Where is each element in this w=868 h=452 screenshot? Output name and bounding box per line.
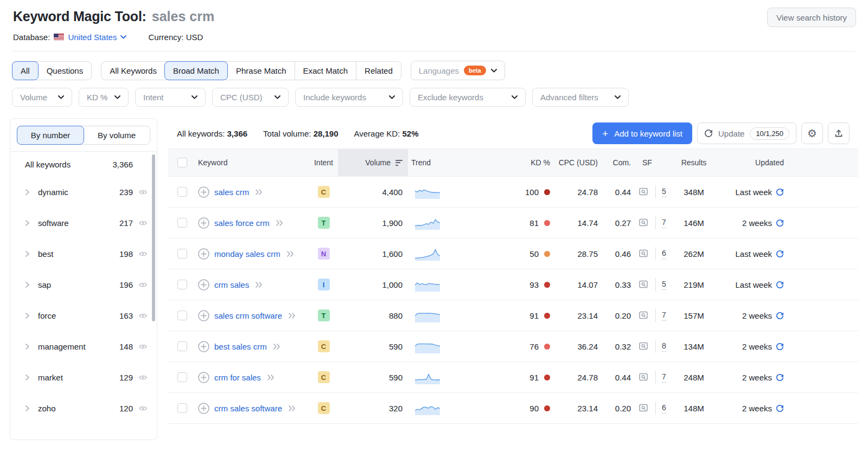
chevron-right-icon[interactable] [25, 344, 30, 350]
row-checkbox[interactable] [177, 311, 187, 320]
settings-button[interactable]: ⚙ [801, 122, 823, 144]
refresh-icon[interactable] [776, 250, 784, 258]
sf-count[interactable]: 6 [662, 249, 666, 259]
sf-count[interactable]: 5 [662, 187, 666, 197]
refresh-icon[interactable] [776, 219, 784, 227]
chevron-right-icon[interactable] [25, 405, 30, 411]
sf-count[interactable]: 7 [662, 311, 666, 321]
keyword-link[interactable]: sales force crm [214, 218, 270, 228]
sidebar-group-item[interactable]: best 198 [10, 238, 157, 269]
include-keywords-filter[interactable]: Include keywords [295, 88, 403, 107]
eye-icon[interactable] [139, 374, 147, 380]
sidebar-group-item[interactable]: management 148 [10, 331, 157, 362]
keyword-link[interactable]: crm sales [214, 280, 249, 289]
update-button[interactable]: Update 10/1,250 [697, 122, 796, 144]
expand-keyword-icon[interactable] [256, 189, 263, 195]
intent-badge[interactable]: T [318, 309, 330, 321]
intent-badge[interactable]: I [318, 279, 330, 290]
expand-keyword-icon[interactable] [273, 344, 280, 350]
expand-keyword-icon[interactable] [289, 405, 296, 411]
refresh-icon[interactable] [776, 281, 784, 289]
sort-by-volume-tab[interactable]: By volume [84, 126, 150, 144]
keyword-link[interactable]: crm for sales [214, 373, 261, 382]
column-volume[interactable]: Volume [338, 149, 408, 176]
row-checkbox[interactable] [177, 403, 187, 413]
tab-related[interactable]: Related [356, 62, 401, 80]
eye-icon[interactable] [139, 313, 147, 319]
expand-keyword-icon[interactable] [289, 313, 296, 319]
intent-filter[interactable]: Intent [135, 88, 206, 107]
expand-keyword-icon[interactable] [267, 374, 275, 380]
expand-keyword-icon[interactable] [256, 282, 263, 288]
refresh-icon[interactable] [776, 373, 784, 382]
tab-questions[interactable]: Questions [38, 62, 92, 80]
tab-all[interactable]: All [12, 61, 39, 80]
chevron-right-icon[interactable] [25, 374, 30, 380]
column-sf[interactable]: SF [634, 149, 673, 176]
sidebar-group-item[interactable]: force 163 [10, 300, 157, 331]
expand-keyword-icon[interactable] [287, 251, 294, 257]
sort-by-number-tab[interactable]: By number [17, 126, 84, 145]
sidebar-group-item[interactable]: software 217 [10, 208, 157, 238]
refresh-icon[interactable] [776, 343, 784, 351]
serp-features-icon[interactable] [639, 188, 649, 196]
column-updated[interactable]: Updated [715, 149, 784, 176]
eye-icon[interactable] [139, 282, 147, 288]
view-search-history-button[interactable]: View search history [767, 8, 856, 27]
exclude-keywords-filter[interactable]: Exclude keywords [410, 88, 526, 107]
column-intent[interactable]: Intent [309, 149, 338, 176]
add-keyword-plus-icon[interactable] [198, 403, 209, 414]
row-checkbox[interactable] [177, 341, 187, 351]
sidebar-group-item[interactable]: dynamic 239 [10, 177, 157, 208]
expand-keyword-icon[interactable] [276, 220, 283, 226]
column-cpc[interactable]: CPC (USD) [553, 149, 601, 176]
sf-count[interactable]: 7 [662, 218, 666, 228]
row-checkbox[interactable] [177, 249, 187, 259]
serp-features-icon[interactable] [639, 311, 649, 320]
chevron-right-icon[interactable] [25, 282, 30, 288]
add-keyword-plus-icon[interactable] [198, 372, 209, 383]
sidebar-scrollbar[interactable] [152, 154, 155, 321]
add-keyword-plus-icon[interactable] [198, 248, 209, 260]
intent-badge[interactable]: C [318, 186, 330, 198]
serp-features-icon[interactable] [639, 342, 649, 351]
sf-count[interactable]: 8 [662, 341, 666, 352]
keyword-link[interactable]: best sales crm [214, 342, 267, 351]
intent-badge[interactable]: N [318, 248, 330, 260]
refresh-icon[interactable] [776, 188, 784, 196]
serp-features-icon[interactable] [639, 280, 649, 289]
export-button[interactable] [828, 122, 850, 144]
sf-count[interactable]: 7 [662, 372, 666, 383]
intent-badge[interactable]: C [318, 371, 330, 383]
refresh-icon[interactable] [776, 404, 784, 412]
sidebar-group-item[interactable]: sap 196 [10, 269, 157, 300]
eye-icon[interactable] [139, 189, 147, 195]
cpc-filter[interactable]: CPC (USD) [212, 88, 289, 107]
sf-count[interactable]: 6 [662, 403, 666, 414]
tab-all-keywords[interactable]: All Keywords [101, 62, 165, 80]
sf-count[interactable]: 5 [662, 280, 666, 290]
add-keyword-plus-icon[interactable] [198, 186, 209, 198]
refresh-icon[interactable] [776, 312, 784, 320]
chevron-right-icon[interactable] [25, 313, 30, 319]
tab-phrase-match[interactable]: Phrase Match [227, 62, 295, 80]
kd-filter[interactable]: KD % [79, 88, 129, 107]
sidebar-group-item[interactable]: zoho 120 [10, 393, 157, 424]
select-all-checkbox[interactable] [177, 158, 187, 167]
advanced-filters[interactable]: Advanced filters [532, 88, 629, 107]
column-kd[interactable]: KD % [460, 149, 553, 176]
add-to-keyword-list-button[interactable]: + Add to keyword list [592, 122, 692, 144]
serp-features-icon[interactable] [639, 249, 649, 258]
column-trend[interactable]: Trend [408, 149, 460, 176]
chevron-right-icon[interactable] [25, 251, 30, 257]
keyword-link[interactable]: crm sales software [214, 404, 282, 413]
row-checkbox[interactable] [177, 218, 187, 228]
sidebar-group-item[interactable]: market 129 [10, 362, 157, 393]
add-keyword-plus-icon[interactable] [198, 341, 209, 352]
row-checkbox[interactable] [177, 372, 187, 382]
serp-features-icon[interactable] [639, 404, 649, 412]
languages-dropdown[interactable]: Languages beta [411, 61, 505, 80]
tab-broad-match[interactable]: Broad Match [164, 61, 228, 80]
row-checkbox[interactable] [177, 280, 187, 289]
intent-badge[interactable]: C [318, 340, 330, 352]
